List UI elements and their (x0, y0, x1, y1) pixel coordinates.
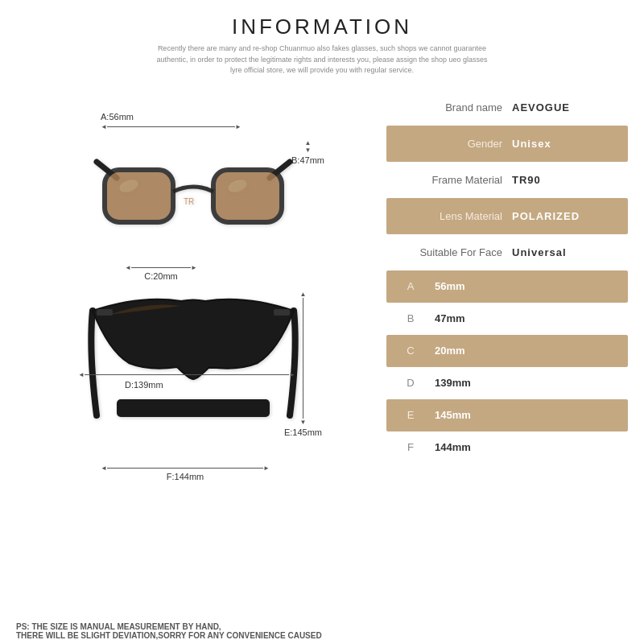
specs-table: Brand name AEVOGUE Gender Unisex Frame M… (386, 89, 628, 611)
dim-e-row: E 145mm (386, 399, 628, 431)
dim-d-letter: D (386, 377, 435, 389)
svg-rect-3 (213, 170, 282, 222)
brand-row: Brand name AEVOGUE (386, 89, 628, 126)
svg-rect-7 (117, 399, 270, 417)
svg-rect-8 (97, 309, 113, 316)
frame-label: Frame Material (386, 174, 512, 186)
dim-f-value: 144mm (435, 441, 628, 453)
gender-label: Gender (386, 138, 512, 150)
dim-e-value: 145mm (435, 409, 628, 421)
dim-b-label: ▲ ▼ B:47mm (291, 139, 324, 165)
dim-d-text: D:139mm (125, 380, 163, 390)
dim-f-row: F 144mm (386, 431, 628, 464)
dim-b-letter: B (386, 312, 435, 324)
glasses-front-svg: TR (89, 134, 298, 238)
top-view-diagram: ◄ ► D:139mm ▲ ▼ E:145mm ◄ (68, 287, 326, 496)
dim-c-letter: C (386, 345, 435, 357)
dim-a-letter: A (386, 280, 435, 292)
dim-a-label: A:56mm ◄ ► (101, 112, 242, 130)
page: INFORMATION Recently there are many and … (0, 0, 644, 644)
dim-f-letter: F (386, 441, 435, 453)
dim-e-label: ▲ ▼ E:145mm (284, 291, 322, 437)
dim-c-label: ◄ ► C:20mm (125, 264, 197, 281)
dim-e-letter: E (386, 409, 435, 421)
page-title: INFORMATION (153, 14, 491, 39)
footer-note: PS: THE SIZE IS MANUAL MEASUREMENT BY HA… (0, 618, 644, 644)
dim-b-value: 47mm (435, 312, 628, 324)
dim-c-value: 20mm (435, 345, 628, 357)
brand-value: AEVOGUE (512, 101, 628, 114)
header: INFORMATION Recently there are many and … (153, 0, 491, 81)
footer-line1: PS: THE SIZE IS MANUAL MEASUREMENT BY HA… (16, 622, 628, 631)
lens-value: POLARIZED (512, 210, 628, 222)
frame-row: Frame Material TR90 (386, 162, 628, 198)
svg-rect-2 (105, 170, 173, 222)
header-subtitle: Recently there are many and re-shop Chua… (153, 43, 491, 76)
glasses-top-svg (76, 287, 310, 448)
lens-label: Lens Material (386, 210, 512, 222)
face-value: Universal (512, 246, 628, 258)
dim-d-value: 139mm (435, 377, 628, 389)
front-view-diagram: A:56mm ◄ ► (68, 105, 326, 283)
dim-a-value: 56mm (435, 280, 628, 292)
dim-b-row: B 47mm (386, 303, 628, 335)
frame-value: TR90 (512, 174, 628, 186)
dim-c-row: C 20mm (386, 335, 628, 367)
gender-row: Gender Unisex (386, 126, 628, 162)
gender-value: Unisex (512, 138, 628, 150)
dim-d-label: ◄ ► (78, 371, 295, 378)
face-label: Suitable For Face (386, 246, 512, 258)
face-row: Suitable For Face Universal (386, 234, 628, 270)
dim-d-row: D 139mm (386, 367, 628, 399)
brand-label: Brand name (386, 101, 512, 114)
diagrams-section: A:56mm ◄ ► (16, 89, 378, 611)
lens-row: Lens Material POLARIZED (386, 198, 628, 234)
dim-a-row: A 56mm (386, 270, 628, 303)
footer-line2: THERE WILL BE SLIGHT DEVIATION,SORRY FOR… (16, 631, 628, 640)
main-content: A:56mm ◄ ► (0, 81, 644, 619)
dim-f-label: ◄ ► F:144mm (101, 464, 270, 481)
svg-text:TR: TR (184, 197, 194, 206)
